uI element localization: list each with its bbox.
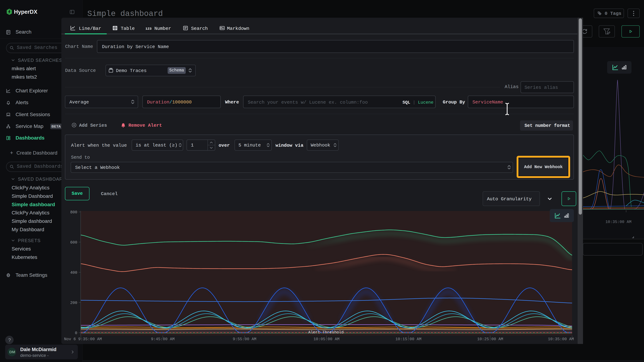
svg-text:200: 200	[70, 301, 77, 305]
svg-text:Alert Threshold: Alert Threshold	[308, 330, 344, 335]
svg-text:10:05:00 AM: 10:05:00 AM	[314, 337, 339, 342]
svg-text:400: 400	[70, 271, 77, 275]
svg-text:10:25:00 AM: 10:25:00 AM	[477, 337, 503, 342]
svg-text:Nov 6 9:35:00 AM: Nov 6 9:35:00 AM	[64, 337, 102, 342]
svg-text:10:15:00 AM: 10:15:00 AM	[395, 337, 421, 342]
svg-text:10:35:00 AM: 10:35:00 AM	[548, 337, 574, 342]
svg-text:9:55:00 AM: 9:55:00 AM	[233, 337, 256, 342]
svg-text:10:35:00 AM: 10:35:00 AM	[605, 220, 631, 224]
svg-text:9:45:00 AM: 9:45:00 AM	[151, 337, 174, 342]
svg-text:600: 600	[70, 240, 77, 245]
svg-text:800: 800	[70, 210, 77, 215]
svg-text:0: 0	[75, 331, 77, 335]
